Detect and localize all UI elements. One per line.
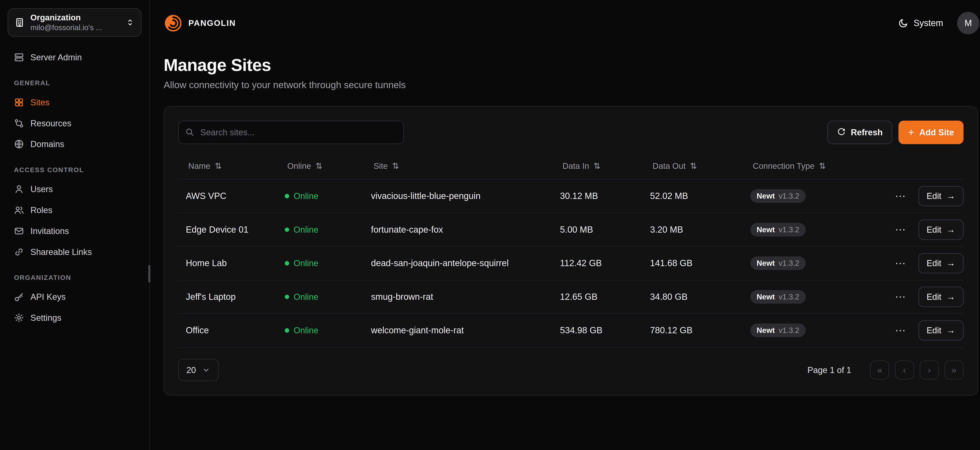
avatar[interactable]: M: [957, 12, 979, 34]
edit-button[interactable]: Edit →: [918, 220, 964, 240]
footer-right: Page 1 of 1 « ‹ › »: [808, 361, 964, 380]
column-header-site[interactable]: Site ⇅: [363, 161, 552, 171]
search-icon: [185, 128, 194, 136]
sort-icon: ⇅: [690, 161, 697, 171]
sidebar-item-users[interactable]: Users: [8, 179, 142, 200]
sidebar-item-label: Shareable Links: [30, 247, 92, 257]
online-dot-icon: [285, 261, 289, 266]
connection-badge: Newt v1.3.2: [750, 223, 806, 236]
cell-data-out: 34.80 GB: [643, 292, 743, 302]
column-header-data-in[interactable]: Data In ⇅: [552, 161, 643, 171]
sidebar-item-settings[interactable]: Settings: [8, 307, 142, 328]
arrow-right-icon: →: [947, 225, 955, 235]
org-selector[interactable]: Organization milo@fossorial.io's ...: [8, 8, 142, 37]
search-input[interactable]: [178, 120, 404, 144]
edit-button[interactable]: Edit →: [918, 287, 964, 307]
online-label: Online: [294, 258, 318, 268]
add-site-button[interactable]: + Add Site: [899, 120, 964, 144]
cell-online: Online: [277, 292, 363, 302]
sidebar-nav: Server Admin GENERAL Sites Resources Dom…: [8, 47, 142, 328]
sites-toolbar: Refresh + Add Site: [178, 120, 964, 144]
sidebar: Organization milo@fossorial.io's ... Ser…: [0, 0, 150, 450]
topbar: PANGOLIN System M: [150, 0, 980, 46]
sidebar-item-server-admin[interactable]: Server Admin: [8, 47, 142, 68]
cell-connection-type: Newt v1.3.2: [743, 256, 880, 270]
main-area: PANGOLIN System M Manage Sites Allow con…: [150, 0, 980, 450]
cell-name: Home Lab: [178, 258, 277, 268]
column-header-name[interactable]: Name ⇅: [178, 161, 277, 171]
arrow-right-icon: →: [947, 258, 955, 268]
pager: « ‹ › »: [870, 361, 964, 380]
sort-icon: ⇅: [215, 161, 222, 171]
table-row: Edge Device 01 Online fortunate-cape-fox…: [178, 213, 964, 247]
section-heading-access-control: ACCESS CONTROL: [8, 166, 142, 174]
sidebar-item-roles[interactable]: Roles: [8, 200, 142, 221]
online-label: Online: [294, 325, 318, 335]
sidebar-item-domains[interactable]: Domains: [8, 134, 142, 155]
sidebar-item-label: Resources: [30, 119, 72, 128]
sidebar-item-label: Sites: [30, 98, 49, 107]
table-row: Office Online welcome-giant-mole-rat 534…: [178, 314, 964, 348]
row-menu-button[interactable]: ⋯: [892, 323, 908, 338]
mail-icon: [14, 226, 24, 236]
first-page-button[interactable]: «: [870, 361, 889, 380]
sidebar-item-api-keys[interactable]: API Keys: [8, 287, 142, 307]
building-icon: [14, 17, 25, 28]
column-header-connection-type[interactable]: Connection Type ⇅: [743, 161, 880, 171]
scrollbar-thumb[interactable]: [148, 265, 150, 283]
sidebar-item-sites[interactable]: Sites: [8, 92, 142, 113]
topbar-right: System M: [898, 12, 979, 34]
last-page-button[interactable]: »: [945, 361, 964, 380]
cell-actions: ⋯ Edit →: [880, 253, 964, 273]
column-header-data-out[interactable]: Data Out ⇅: [643, 161, 743, 171]
refresh-icon: [837, 128, 846, 137]
section-heading-general: GENERAL: [8, 79, 142, 87]
moon-icon: [898, 18, 908, 28]
chevrons-up-down-icon: [126, 18, 134, 27]
table-header-row: Name ⇅ Online ⇅ Site ⇅ Data In: [178, 153, 964, 179]
cell-data-in: 112.42 GB: [552, 258, 643, 268]
next-page-button[interactable]: ›: [920, 361, 939, 380]
cell-data-in: 12.65 GB: [552, 292, 643, 302]
refresh-button[interactable]: Refresh: [827, 120, 892, 144]
cell-site: welcome-giant-mole-rat: [363, 325, 552, 336]
row-menu-button[interactable]: ⋯: [892, 188, 908, 204]
sidebar-item-shareable-links[interactable]: Shareable Links: [8, 241, 142, 262]
prev-page-button[interactable]: ‹: [895, 361, 914, 380]
online-dot-icon: [285, 328, 289, 333]
arrow-right-icon: →: [947, 292, 955, 302]
row-menu-button[interactable]: ⋯: [892, 255, 908, 271]
column-header-online[interactable]: Online ⇅: [277, 161, 363, 171]
brand-name: PANGOLIN: [188, 18, 236, 28]
sidebar-item-label: Server Admin: [30, 52, 82, 62]
page-subtitle: Allow connectivity to your network throu…: [164, 79, 978, 90]
cell-actions: ⋯ Edit →: [880, 186, 964, 206]
app-root: Organization milo@fossorial.io's ... Ser…: [0, 0, 980, 450]
edit-button[interactable]: Edit →: [918, 186, 964, 206]
page-content: Manage Sites Allow connectivity to your …: [150, 46, 980, 396]
cell-data-out: 141.68 GB: [643, 258, 743, 268]
cell-connection-type: Newt v1.3.2: [743, 290, 880, 304]
sidebar-item-label: Settings: [30, 313, 61, 323]
edit-button[interactable]: Edit →: [918, 253, 964, 273]
edit-button[interactable]: Edit →: [918, 320, 964, 341]
globe-icon: [14, 139, 24, 149]
pangolin-logo-icon: [164, 14, 183, 33]
cell-site: smug-brown-rat: [363, 292, 552, 302]
sidebar-item-resources[interactable]: Resources: [8, 113, 142, 134]
cell-actions: ⋯ Edit →: [880, 320, 964, 341]
cell-name: Office: [178, 325, 277, 336]
brand: PANGOLIN: [164, 14, 236, 33]
key-icon: [14, 292, 24, 302]
page-size-select[interactable]: 20: [178, 359, 219, 381]
row-menu-button[interactable]: ⋯: [892, 289, 908, 305]
sites-card: Refresh + Add Site Name ⇅: [164, 106, 978, 396]
connection-badge: Newt v1.3.2: [750, 290, 806, 304]
theme-toggle[interactable]: System: [898, 18, 943, 28]
online-label: Online: [294, 225, 318, 235]
cell-online: Online: [277, 258, 363, 268]
sidebar-item-label: Invitations: [30, 226, 69, 236]
cell-name: Jeff's Laptop: [178, 292, 277, 302]
sidebar-item-invitations[interactable]: Invitations: [8, 220, 142, 241]
row-menu-button[interactable]: ⋯: [892, 222, 908, 238]
